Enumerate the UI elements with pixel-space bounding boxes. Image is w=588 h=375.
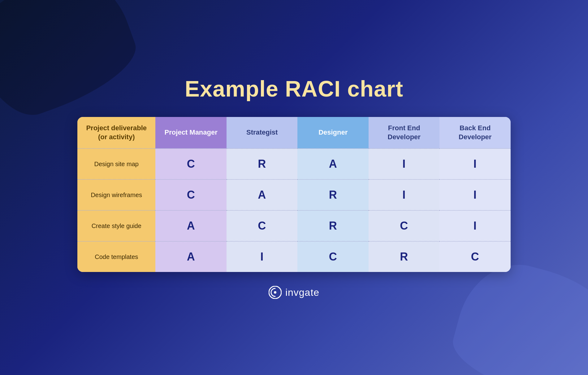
cell-strategist: A: [227, 179, 298, 210]
cell-designer: A: [297, 149, 369, 179]
header-strategist: Strategist: [227, 117, 298, 149]
cell-deliverable: Create style guide: [77, 210, 155, 241]
header-deliverable: Project deliverable (or activity): [77, 117, 155, 149]
cell-frontend: I: [369, 179, 440, 210]
invgate-logo: [269, 286, 282, 299]
cell-frontend: R: [369, 241, 440, 272]
cell-backend: C: [439, 241, 511, 272]
cell-deliverable: Design wireframes: [77, 179, 155, 210]
header-designer: Designer: [297, 117, 369, 149]
cell-deliverable: Code templates: [77, 241, 155, 272]
cell-strategist: I: [227, 241, 298, 272]
table-row: Design site mapCRAII: [77, 149, 511, 179]
cell-strategist: R: [227, 149, 298, 179]
cell-pm: A: [155, 241, 227, 272]
cell-designer: R: [297, 179, 369, 210]
cell-pm: C: [155, 179, 227, 210]
cell-pm: C: [155, 149, 227, 179]
cell-frontend: I: [369, 149, 440, 179]
raci-table-wrapper: Project deliverable (or activity) Projec…: [77, 117, 511, 272]
table-row: Code templatesAICRC: [77, 241, 511, 272]
cell-frontend: C: [369, 210, 440, 241]
brand-name: invgate: [285, 287, 319, 298]
table-row: Create style guideACRCI: [77, 210, 511, 241]
cell-designer: C: [297, 241, 369, 272]
cell-backend: I: [439, 210, 511, 241]
page-title: Example RACI chart: [185, 76, 403, 101]
cell-pm: A: [155, 210, 227, 241]
cell-deliverable: Design site map: [77, 149, 155, 179]
cell-designer: R: [297, 210, 369, 241]
cell-strategist: C: [227, 210, 298, 241]
cell-backend: I: [439, 179, 511, 210]
svg-point-1: [274, 291, 276, 294]
header-backend: Back End Developer: [439, 117, 511, 149]
table-row: Design wireframesCARII: [77, 179, 511, 210]
footer: invgate: [269, 286, 319, 299]
raci-table: Project deliverable (or activity) Projec…: [77, 117, 511, 272]
header-pm: Project Manager: [155, 117, 227, 149]
header-frontend: Front End Developer: [369, 117, 440, 149]
cell-backend: I: [439, 149, 511, 179]
